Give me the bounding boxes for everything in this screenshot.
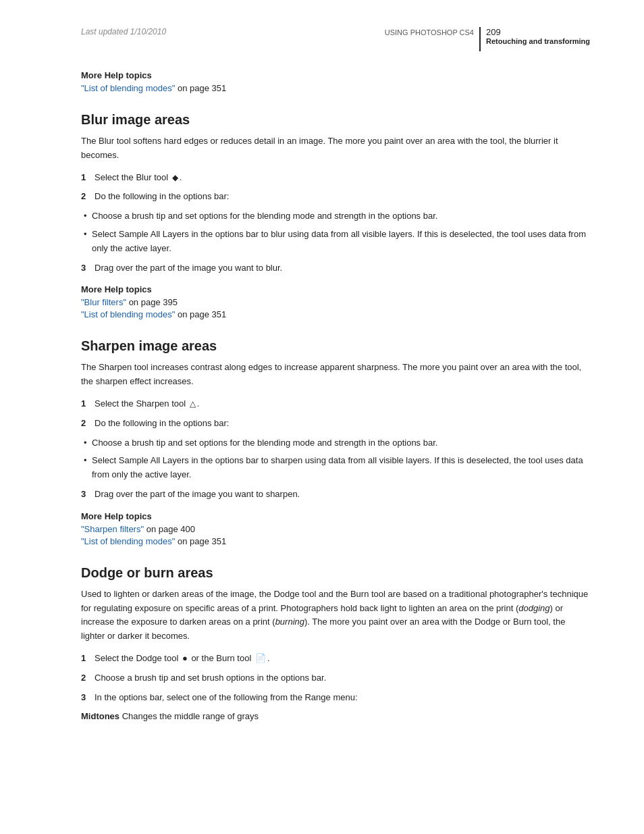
sharpen-step-2: 2 Do the following in the options bar: xyxy=(81,417,590,431)
midtones-desc: Changes the middle range of grays xyxy=(119,711,259,721)
header-page-section: 209 Retouching and transforming xyxy=(486,27,590,45)
blur-step-2-num: 2 xyxy=(81,190,90,204)
dodge-step-2-num: 2 xyxy=(81,671,90,685)
dodge-step-1-num: 1 xyxy=(81,652,90,666)
sharpen-help-link-1: "Sharpen filters" on page 400 xyxy=(81,524,590,534)
sharpen-section: Sharpen image areas The Sharpen tool inc… xyxy=(81,338,590,546)
dodge-step-2-text: Choose a brush tip and set brush options… xyxy=(95,671,326,685)
sharpen-step-3-text: Drag over the part of the image you want… xyxy=(95,488,300,502)
sharpen-step-1-text: Select the Sharpen tool △. xyxy=(95,397,199,411)
sharpen-steps: 1 Select the Sharpen tool △. 2 Do the fo… xyxy=(81,397,590,431)
dodge-step-2: 2 Choose a brush tip and set brush optio… xyxy=(81,671,590,685)
dodge-section: Dodge or burn areas Used to lighten or d… xyxy=(81,565,590,725)
blur-step3-list: 3 Drag over the part of the image you wa… xyxy=(81,261,590,276)
top-more-help: More Help topics "List of blending modes… xyxy=(81,70,590,93)
sharpen-bullet-2: Select Sample All Layers in the options … xyxy=(81,454,590,482)
blur-help-link-2-suffix: on page 351 xyxy=(175,309,226,319)
sharpen-step-2-num: 2 xyxy=(81,417,90,431)
sharpen-step-1: 1 Select the Sharpen tool △. xyxy=(81,397,590,411)
blur-help-link-2: "List of blending modes" on page 351 xyxy=(81,309,590,319)
sharpen-more-help-heading: More Help topics xyxy=(81,511,590,521)
sharpen-step-1-num: 1 xyxy=(81,397,90,411)
midtones-line: Midtones Changes the middle range of gra… xyxy=(81,710,590,724)
dodge-heading: Dodge or burn areas xyxy=(81,565,590,581)
top-help-link-1: "List of blending modes" on page 351 xyxy=(81,83,590,93)
blur-section: Blur image areas The Blur tool softens h… xyxy=(81,112,590,319)
page-number: 209 xyxy=(486,27,590,37)
sharpen-help-link-2-suffix: on page 351 xyxy=(175,536,226,546)
blur-step-3-text: Drag over the part of the image you want… xyxy=(95,261,282,276)
blur-intro: The Blur tool softens hard edges or redu… xyxy=(81,134,590,163)
dodge-step-3-text: In the options bar, select one of the fo… xyxy=(95,691,358,705)
blur-step-2: 2 Do the following in the options bar: xyxy=(81,190,590,204)
sharpen-step-2-text: Do the following in the options bar: xyxy=(95,417,229,431)
dodge-tool-icon: ● xyxy=(182,652,188,666)
blur-steps: 1 Select the Blur tool ◆. 2 Do the follo… xyxy=(81,171,590,205)
blur-step-2-text: Do the following in the options bar: xyxy=(95,190,229,204)
dodge-steps: 1 Select the Dodge tool ● or the Burn to… xyxy=(81,652,590,705)
blur-step-3-num: 3 xyxy=(81,261,90,276)
sharpen-bullet-1: Choose a brush tip and set options for t… xyxy=(81,436,590,450)
blur-step-1-num: 1 xyxy=(81,171,90,185)
dodge-step-1: 1 Select the Dodge tool ● or the Burn to… xyxy=(81,652,590,666)
blur-step-3: 3 Drag over the part of the image you wa… xyxy=(81,261,590,276)
header-right-text: USING PHOTOSHOP CS4 xyxy=(385,27,474,37)
dodging-italic: dodging xyxy=(518,603,549,613)
sharpen-bullets: Choose a brush tip and set options for t… xyxy=(81,436,590,482)
section-label: Retouching and transforming xyxy=(486,37,590,45)
dodge-intro: Used to lighten or darken areas of the i… xyxy=(81,588,590,644)
blur-more-help-heading: More Help topics xyxy=(81,284,590,294)
blur-help-link-1: "Blur filters" on page 395 xyxy=(81,297,590,307)
sharpen-intro: The Sharpen tool increases contrast alon… xyxy=(81,361,590,389)
blur-help-link-1-suffix: on page 395 xyxy=(126,297,178,307)
blur-blending-modes-link[interactable]: "List of blending modes" xyxy=(81,309,175,319)
last-updated: Last updated 1/10/2010 xyxy=(81,27,166,36)
sharpen-help-link-2: "List of blending modes" on page 351 xyxy=(81,536,590,546)
list-blending-modes-link-top[interactable]: "List of blending modes" xyxy=(81,83,175,93)
burning-italic: burning xyxy=(275,617,304,627)
blur-heading: Blur image areas xyxy=(81,112,590,128)
page-header: Last updated 1/10/2010 USING PHOTOSHOP C… xyxy=(81,27,590,51)
blur-filters-link[interactable]: "Blur filters" xyxy=(81,297,126,307)
dodge-step-1-text: Select the Dodge tool ● or the Burn tool… xyxy=(95,652,270,666)
blur-step-1-text: Select the Blur tool ◆. xyxy=(95,171,182,185)
blur-bullets: Choose a brush tip and set options for t… xyxy=(81,209,590,255)
burn-tool-icon: 📄 xyxy=(255,652,266,666)
sharpen-step-3-num: 3 xyxy=(81,488,90,502)
blur-tool-icon: ◆ xyxy=(172,172,178,184)
sharpen-filters-link[interactable]: "Sharpen filters" xyxy=(81,524,144,534)
sharpen-help-link-1-suffix: on page 400 xyxy=(144,524,195,534)
sharpen-blending-modes-link[interactable]: "List of blending modes" xyxy=(81,536,175,546)
sharpen-tool-icon: △ xyxy=(190,398,196,411)
sharpen-heading: Sharpen image areas xyxy=(81,338,590,354)
page: Last updated 1/10/2010 USING PHOTOSHOP C… xyxy=(0,0,644,834)
dodge-step-3: 3 In the options bar, select one of the … xyxy=(81,691,590,705)
top-help-link-1-suffix: on page 351 xyxy=(175,83,226,93)
product-label: USING PHOTOSHOP CS4 xyxy=(385,28,474,36)
header-divider xyxy=(479,27,481,51)
dodge-step-3-num: 3 xyxy=(81,691,90,705)
sharpen-step-3: 3 Drag over the part of the image you wa… xyxy=(81,488,590,502)
blur-bullet-2: Select Sample All Layers in the options … xyxy=(81,228,590,256)
sharpen-step3-list: 3 Drag over the part of the image you wa… xyxy=(81,488,590,502)
midtones-label: Midtones xyxy=(81,711,119,721)
blur-bullet-1: Choose a brush tip and set options for t… xyxy=(81,209,590,224)
header-right: USING PHOTOSHOP CS4 209 Retouching and t… xyxy=(385,27,590,51)
more-help-topics-heading: More Help topics xyxy=(81,70,590,80)
blur-step-1: 1 Select the Blur tool ◆. xyxy=(81,171,590,185)
